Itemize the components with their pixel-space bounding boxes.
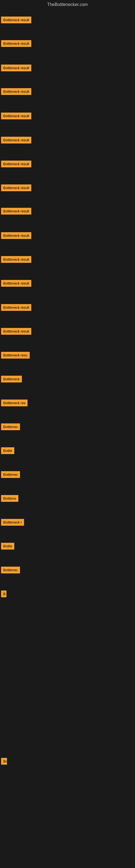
bottleneck-item: Bottleneck resu <box>0 351 31 360</box>
bottleneck-item: Bottlenec <box>0 470 21 479</box>
bottleneck-item: Bottleneck result <box>0 207 32 216</box>
bottleneck-badge: Bottleneck result <box>1 161 31 167</box>
bottleneck-badge: Bottleneck <box>1 376 22 382</box>
bottleneck-item: Bottleneck result <box>0 112 32 120</box>
bottleneck-item: Bottleneck result <box>0 183 32 192</box>
bottleneck-badge: B <box>1 590 6 597</box>
bottleneck-item: Bottleneck result <box>0 39 32 48</box>
bottleneck-item: Bottleneck result <box>0 231 32 240</box>
bottleneck-item: Bottleneck result <box>0 159 32 168</box>
bottleneck-badge: Bottleneck result <box>1 208 31 215</box>
bottleneck-item: Bottleneck result <box>0 16 32 24</box>
bottleneck-badge: Bottleneck result <box>1 17 31 23</box>
bottleneck-item: Bottleneck result <box>0 255 32 264</box>
bottleneck-badge: Bottlenec <box>1 471 20 478</box>
bottleneck-badge: Bottlene <box>1 495 18 502</box>
bottleneck-badge: Bo <box>1 758 7 765</box>
bottleneck-badge: Bottleneck result <box>1 40 31 47</box>
page-container: TheBottlenecker.com Bottleneck resultBot… <box>0 0 135 868</box>
bottleneck-badge: Bottle <box>1 447 14 454</box>
bottleneck-badge: Bottleneck r <box>1 519 24 526</box>
bottleneck-item: Bottleneck result <box>0 87 32 96</box>
bottleneck-badge: Bottleneck resu <box>1 352 30 359</box>
bottleneck-badge: Bottleneck res <box>1 400 28 406</box>
bottleneck-item: Bottlene <box>0 494 19 503</box>
bottleneck-item: B <box>0 589 8 598</box>
site-title: TheBottlenecker.com <box>0 0 135 9</box>
bottleneck-badge: Bottleneck result <box>1 280 31 287</box>
bottleneck-badge: Bottleneck result <box>1 65 31 71</box>
bottleneck-badge: Bottlenec <box>1 567 20 574</box>
bottleneck-badge: Bottleneck result <box>1 88 31 95</box>
bottleneck-item: Bottle <box>0 542 15 551</box>
bottleneck-badge: Bottleneck result <box>1 232 31 239</box>
bottleneck-item: Bottleneck result <box>0 327 32 336</box>
bottleneck-badge: Bottleneck result <box>1 184 31 191</box>
bottleneck-badge: Bottleneck result <box>1 137 31 144</box>
bottleneck-item: Bottleneck result <box>0 303 32 312</box>
bottleneck-badge: Bottleneck result <box>1 304 31 311</box>
bottleneck-item: Bottleneck result <box>0 279 32 288</box>
bottleneck-badge: Bottleneck result <box>1 256 31 263</box>
bottleneck-item: Bottlenec <box>0 422 21 431</box>
bottleneck-item: Bottleneck r <box>0 518 25 527</box>
bottleneck-item: Bottle <box>0 446 15 455</box>
bottleneck-item: Bottleneck <box>0 375 23 383</box>
bottleneck-badge: Bottle <box>1 543 14 550</box>
bottleneck-item: Bottleneck result <box>0 135 32 145</box>
bottleneck-item: Bottlenec <box>0 565 21 575</box>
bottleneck-item: Bottleneck res <box>0 399 29 407</box>
bottleneck-item: Bo <box>0 757 8 766</box>
bottleneck-badge: Bottlenec <box>1 424 20 430</box>
bottleneck-item: Bottleneck result <box>0 63 32 72</box>
bottleneck-badge: Bottleneck result <box>1 328 31 335</box>
bottleneck-badge: Bottleneck result <box>1 113 31 119</box>
